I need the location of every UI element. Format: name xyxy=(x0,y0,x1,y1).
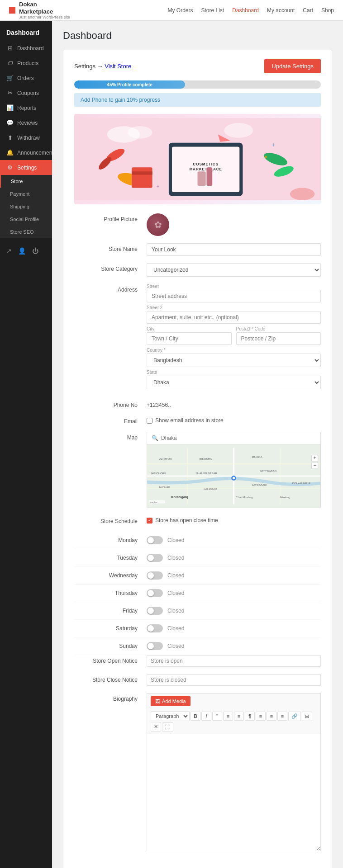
state-select[interactable]: Dhaka xyxy=(147,376,321,389)
user-icon[interactable]: 👤 xyxy=(18,247,26,255)
profile-picture-row: Profile Picture ✿ xyxy=(74,213,321,236)
settings-card: Settings → Visit Store Update Settings 4… xyxy=(63,50,332,868)
street-address-input[interactable] xyxy=(147,290,321,302)
country-select[interactable]: Bangladesh xyxy=(147,354,321,367)
svg-point-2 xyxy=(128,126,152,138)
editor-toolbar: Paragraph B I " ≡ ≡ ¶ ≡ ≡ ≡ 🔗 ⊞ ✕ xyxy=(147,709,321,734)
day-row: Wednesday Closed xyxy=(74,567,321,585)
store-name-input[interactable] xyxy=(147,243,321,256)
top-nav-links: My Orders Store List Dashboard My accoun… xyxy=(168,7,334,14)
show-email-checkbox[interactable] xyxy=(147,418,152,424)
day-toggle-sunday[interactable] xyxy=(147,642,163,650)
store-close-notice-row: Store Close Notice xyxy=(74,674,321,686)
editor-bold-button[interactable]: B xyxy=(191,712,200,721)
svg-text:Char Mirebag: Char Mirebag xyxy=(236,495,253,499)
editor-ol-button[interactable]: ≡ xyxy=(234,712,244,721)
editor-fullscreen-button[interactable]: ⛶ xyxy=(162,722,173,731)
editor-ul-button[interactable]: ≡ xyxy=(223,712,233,721)
day-row: Tuesday Closed xyxy=(74,549,321,567)
biography-row: Biography 🖼 Add Media Paragraph xyxy=(74,693,321,853)
nav-dashboard[interactable]: Dashboard xyxy=(232,7,259,14)
svg-text:mapbox: mapbox xyxy=(150,501,158,504)
sidebar-sub-payment[interactable]: Payment xyxy=(0,188,52,200)
sidebar-item-announcements[interactable]: 🔔 Announcements xyxy=(0,145,52,160)
sidebar-sub-store[interactable]: Store xyxy=(0,175,52,188)
biography-textarea[interactable] xyxy=(147,734,321,851)
nav-my-orders[interactable]: My Orders xyxy=(168,7,193,14)
add-media-icon: 🖼 xyxy=(155,698,160,704)
store-name-label: Store Name xyxy=(74,243,147,256)
brand-name: Dokan Marketplace xyxy=(19,1,70,15)
sidebar-bottom-actions: ↗ 👤 ⏻ xyxy=(0,243,52,259)
day-toggle-tuesday[interactable] xyxy=(147,554,163,562)
editor-table-button[interactable]: ⊞ xyxy=(302,712,312,721)
day-row: Friday Closed xyxy=(74,602,321,620)
sidebar-item-withdraw[interactable]: ⬆ Withdraw xyxy=(0,130,52,145)
nav-my-account[interactable]: My account xyxy=(267,7,295,14)
editor-italic-button[interactable]: I xyxy=(201,712,211,721)
settings-icon: ⚙ xyxy=(6,164,14,171)
day-label-thursday: Thursday xyxy=(74,590,147,596)
editor-align-right-button[interactable]: ≡ xyxy=(277,712,287,721)
day-schedule-rows: Monday Closed Tuesday Closed Wednesday C… xyxy=(74,532,321,655)
map-search-input[interactable] xyxy=(161,435,316,441)
sidebar-item-dashboard[interactable]: ⊞ Dashboard xyxy=(0,41,52,56)
update-settings-button-top[interactable]: Update Settings xyxy=(264,59,321,73)
store-category-select[interactable]: Uncategorized xyxy=(147,263,321,277)
street2-input[interactable] xyxy=(147,311,321,324)
store-close-notice-input[interactable] xyxy=(147,674,321,686)
top-navigation: Dokan Marketplace Just another WordPress… xyxy=(0,0,343,21)
city-label: City xyxy=(147,326,232,331)
editor-align-left-button[interactable]: ≡ xyxy=(256,712,266,721)
sidebar-sub-store-seo[interactable]: Store SEO xyxy=(0,226,52,238)
sidebar-item-reports[interactable]: 📊 Reports xyxy=(0,100,52,115)
sidebar-item-coupons[interactable]: ✂ Coupons xyxy=(0,85,52,100)
day-toggle-friday[interactable] xyxy=(147,607,163,615)
day-status-tuesday: Closed xyxy=(167,555,184,561)
nav-cart[interactable]: Cart xyxy=(303,7,313,14)
editor-align-center-button[interactable]: ≡ xyxy=(267,712,276,721)
editor-blockquote-button[interactable]: " xyxy=(212,712,222,721)
visit-store-link[interactable]: Visit Store xyxy=(105,63,131,70)
day-toggle-monday[interactable] xyxy=(147,536,163,544)
store-open-notice-label: Store Open Notice xyxy=(74,655,147,667)
settings-submenu: Store Payment Shipping Social Profile St… xyxy=(0,175,52,238)
toggle-knob xyxy=(148,608,154,614)
zip-input[interactable] xyxy=(236,332,321,345)
profile-picture[interactable]: ✿ xyxy=(147,213,169,236)
day-toggle-wednesday[interactable] xyxy=(147,571,163,580)
power-icon[interactable]: ⏻ xyxy=(32,247,38,255)
svg-text:✦: ✦ xyxy=(263,154,268,160)
editor-paragraph-select[interactable]: Paragraph xyxy=(151,711,190,721)
svg-text:MARKETPLACE: MARKETPLACE xyxy=(189,167,222,171)
sidebar-sub-social-profile[interactable]: Social Profile xyxy=(0,213,52,226)
banner-svg: COSMETICS MARKETPLACE + + ✦ xyxy=(74,114,321,204)
sidebar-item-reviews[interactable]: 💬 Reviews xyxy=(0,115,52,130)
sidebar-sub-shipping[interactable]: Shipping xyxy=(0,200,52,213)
external-link-icon[interactable]: ↗ xyxy=(6,247,12,255)
state-label: State xyxy=(147,370,321,375)
store-open-notice-input[interactable] xyxy=(147,655,321,667)
editor-para-button[interactable]: ¶ xyxy=(245,712,255,721)
svg-text:MUGDA: MUGDA xyxy=(252,455,263,458)
editor-link-button[interactable]: 🔗 xyxy=(288,712,301,721)
day-toggle-saturday[interactable] xyxy=(147,624,163,632)
day-label-wednesday: Wednesday xyxy=(74,572,147,579)
nav-shop[interactable]: Shop xyxy=(321,7,334,14)
sidebar-title: Dashboard xyxy=(0,21,52,41)
sidebar-item-orders[interactable]: 🛒 Orders xyxy=(0,71,52,85)
svg-text:+: + xyxy=(272,141,275,148)
add-media-button[interactable]: 🖼 Add Media xyxy=(151,696,191,706)
editor-more-button[interactable]: ✕ xyxy=(151,722,161,731)
sidebar-item-settings[interactable]: ⚙ Settings xyxy=(0,160,52,175)
svg-text:NGICHORE: NGICHORE xyxy=(151,472,167,475)
city-input[interactable] xyxy=(147,332,232,345)
svg-text:VATYDABAD: VATYDABAD xyxy=(260,469,276,472)
day-toggle-thursday[interactable] xyxy=(147,589,163,597)
sidebar-item-products[interactable]: 🏷 Products xyxy=(0,56,52,71)
biography-toolbar: 🖼 Add Media xyxy=(147,693,321,709)
nav-store-list[interactable]: Store List xyxy=(201,7,224,14)
day-label-monday: Monday xyxy=(74,537,147,543)
schedule-checkbox[interactable] xyxy=(147,518,152,524)
progress-text: 45% Profile complete xyxy=(107,82,152,87)
